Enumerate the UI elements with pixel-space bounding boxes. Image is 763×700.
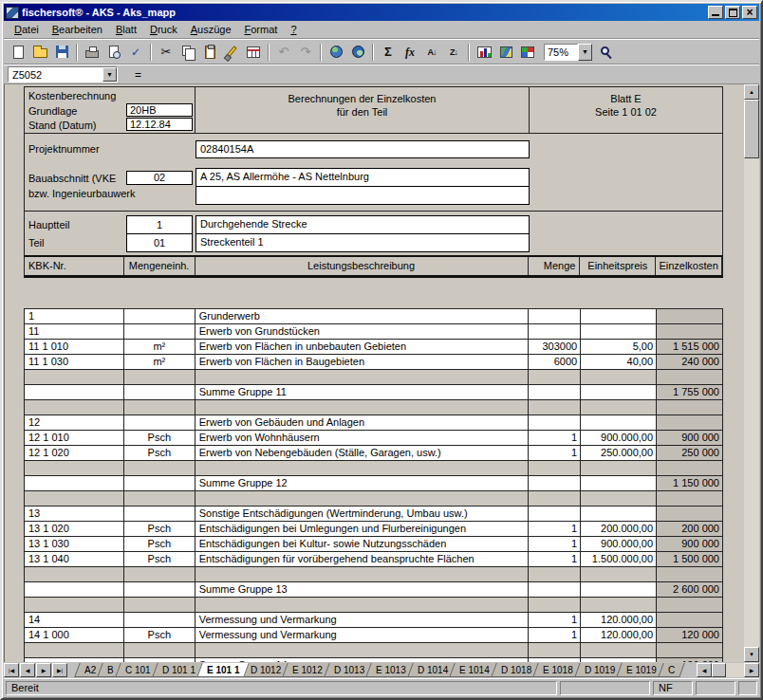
cell-unit[interactable] <box>124 476 195 490</box>
cell-desc[interactable]: Summe Gruppe 13 <box>195 582 530 597</box>
cell-kbk[interactable]: 12 1 020 <box>25 446 124 460</box>
cell-unit[interactable] <box>124 598 195 612</box>
cell-kbk[interactable]: 14 <box>25 613 124 627</box>
cell-kosten[interactable]: 2 600 000 <box>657 582 723 597</box>
cell-desc[interactable]: Erwerb von Gebäuden und Anlagen <box>195 415 530 430</box>
horizontal-scroll-thumb[interactable] <box>712 663 726 677</box>
cell-preis[interactable] <box>581 491 657 506</box>
cell-preis[interactable] <box>581 582 657 597</box>
column-header-einzelkosten[interactable]: Einzelkosten <box>656 257 722 275</box>
cell-menge[interactable]: 1 <box>529 537 581 551</box>
cell-desc[interactable] <box>195 567 530 581</box>
column-header-einheitspreis[interactable]: Einheitspreis <box>580 257 656 275</box>
cell-menge[interactable] <box>529 309 581 323</box>
cell-unit[interactable]: Psch <box>124 552 195 566</box>
cell-kbk[interactable]: 13 1 020 <box>25 522 124 536</box>
cell-unit[interactable] <box>124 582 195 597</box>
column-header-menge[interactable]: Menge <box>529 257 581 275</box>
cell-kbk[interactable]: 1 <box>25 309 124 323</box>
cell-desc[interactable]: Sonstige Entschädigungen (Wertminderung,… <box>195 507 530 521</box>
cell-preis[interactable]: 40,00 <box>581 355 657 369</box>
cell-menge[interactable] <box>529 324 581 339</box>
cell-kbk[interactable] <box>25 643 124 657</box>
cell-kbk[interactable]: 11 <box>25 324 124 339</box>
cell-desc[interactable]: Vermessung und Vermarkung <box>195 628 530 642</box>
cell-kbk[interactable] <box>25 400 124 414</box>
cell-menge[interactable] <box>529 643 581 657</box>
cell-menge[interactable] <box>529 598 581 612</box>
cell-kbk[interactable] <box>25 461 124 475</box>
cell-kosten[interactable] <box>657 461 723 475</box>
sheet-tab-c[interactable]: C <box>658 663 685 677</box>
cell-desc[interactable]: Erwerb von Nebengebäuden (Ställe, Garage… <box>195 446 530 460</box>
cell-kbk[interactable] <box>25 491 124 506</box>
cell-kosten[interactable]: 1 500 000 <box>657 552 723 566</box>
autosum-button[interactable]: Σ <box>378 42 399 63</box>
cell-menge[interactable] <box>529 400 581 414</box>
cell-menge[interactable]: 1 <box>529 522 581 536</box>
paste-button[interactable] <box>199 42 220 63</box>
menu-item-[interactable]: ? <box>284 22 303 37</box>
cell-menge[interactable] <box>529 507 581 521</box>
cell-preis[interactable] <box>581 461 657 475</box>
cell-desc[interactable]: Erwerb von Flächen in unbebauten Gebiete… <box>195 340 530 354</box>
cell-kosten[interactable]: 1 755 000 <box>657 385 723 399</box>
cell-kbk[interactable]: 11 1 030 <box>25 355 124 369</box>
cell-menge[interactable] <box>529 582 581 597</box>
scroll-left-button[interactable]: ◀ <box>697 663 712 677</box>
grundlage-field[interactable]: 20HB <box>126 103 193 117</box>
cell-desc[interactable] <box>195 370 530 384</box>
scroll-down-button[interactable]: ▼ <box>744 647 759 662</box>
cell-kosten[interactable]: 1 150 000 <box>657 476 723 490</box>
cell-unit[interactable]: Psch <box>124 537 195 551</box>
cell-kosten[interactable] <box>657 613 723 627</box>
cell-desc[interactable]: Entschädigungen bei Kultur- sowie Nutzun… <box>195 537 530 551</box>
sort-descending-button[interactable]: Z↓ <box>443 42 464 63</box>
cell-kosten[interactable] <box>657 507 723 521</box>
vertical-scroll-thumb[interactable] <box>744 100 759 158</box>
undo-button[interactable]: ↶ <box>273 42 294 63</box>
menu-item-blatt[interactable]: Blatt <box>109 22 143 37</box>
cell-menge[interactable] <box>529 476 581 490</box>
cell-unit[interactable] <box>124 385 195 399</box>
cell-unit[interactable] <box>124 461 195 475</box>
name-box-dropdown[interactable]: ▼ <box>102 67 117 82</box>
save-button[interactable] <box>51 42 72 63</box>
column-header-kbk[interactable]: KBK-Nr. <box>25 257 124 275</box>
cell-unit[interactable] <box>124 567 195 581</box>
hauptteil-code-field[interactable]: 1 <box>126 215 193 234</box>
auto-format-button[interactable] <box>243 42 264 63</box>
map-button[interactable] <box>495 42 516 63</box>
cell-kbk[interactable] <box>25 476 124 490</box>
menu-item-bearbeiten[interactable]: Bearbeiten <box>46 22 109 37</box>
cell-menge[interactable] <box>529 461 581 475</box>
cell-kosten[interactable] <box>657 643 723 657</box>
cell-kbk[interactable]: 13 <box>25 507 124 521</box>
menu-item-format[interactable]: Format <box>238 22 285 37</box>
sort-ascending-button[interactable]: A↓ <box>421 42 442 63</box>
cell-preis[interactable] <box>581 598 657 612</box>
hauptteil-field[interactable]: Durchgehende Strecke <box>195 215 530 234</box>
cell-preis[interactable]: 250.000,00 <box>581 446 657 460</box>
copy-button[interactable] <box>177 42 198 63</box>
cell-menge[interactable] <box>529 567 581 581</box>
horizontal-scrollbar[interactable]: ◀ ▶ <box>697 663 759 677</box>
cell-desc[interactable] <box>195 643 530 657</box>
ingenieurbauwerk-field[interactable] <box>195 186 530 205</box>
cell-kosten[interactable]: 250 000 <box>657 446 723 460</box>
cell-unit[interactable] <box>124 613 195 627</box>
sheet-tab-e-101-1[interactable]: E 101 1 <box>196 663 250 677</box>
cell-kosten[interactable] <box>657 370 723 384</box>
cell-unit[interactable] <box>124 658 195 662</box>
cell-menge[interactable]: 1 <box>529 613 581 627</box>
print-button[interactable] <box>82 42 102 63</box>
cell-menge[interactable] <box>529 415 581 430</box>
cell-unit[interactable]: m² <box>124 355 195 369</box>
cell-unit[interactable] <box>124 491 195 506</box>
menu-item-auszge[interactable]: Auszüge <box>184 22 238 37</box>
cell-kbk[interactable] <box>25 567 124 581</box>
cell-unit[interactable] <box>124 415 195 430</box>
tab-scroll-next-button[interactable]: ▶ <box>36 663 51 677</box>
cell-menge[interactable] <box>529 385 581 399</box>
cell-kosten[interactable]: 200 000 <box>657 522 723 536</box>
